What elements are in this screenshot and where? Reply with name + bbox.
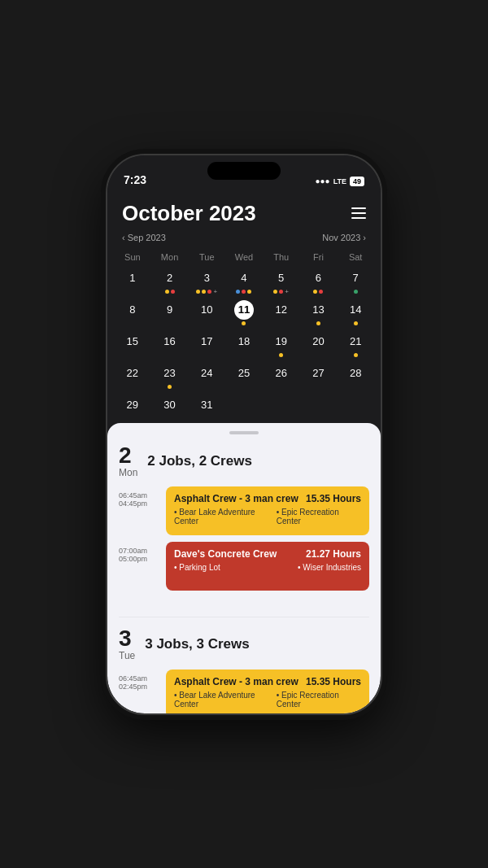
day-3-header: 3 Tue 3 Jobs, 3 Crews: [119, 627, 369, 661]
cal-cell-29[interactable]: 29: [114, 392, 151, 423]
job-3-1-time: 06:45am 02:45pm: [119, 670, 159, 713]
cal-cell-9[interactable]: 9: [151, 297, 189, 329]
day-header-tue: Tue: [188, 249, 225, 265]
cal-cell-20[interactable]: 20: [300, 329, 338, 360]
job-2-1-end: 04:45pm: [119, 499, 159, 508]
day-header-thu: Thu: [263, 249, 300, 265]
job-card-2-1[interactable]: Asphalt Crew - 3 man crew 15.35 Hours • …: [166, 486, 369, 535]
job-3-1-hours: 15.35 Hours: [306, 676, 361, 687]
day-2-name: Mon: [119, 467, 137, 478]
cal-cell-5[interactable]: 5+: [263, 265, 300, 297]
sheet-handle: [229, 431, 259, 434]
day-header-sat: Sat: [337, 249, 374, 265]
cal-cell-26[interactable]: 26: [263, 360, 300, 392]
calendar-section: October 2023 ‹ Sep 2023 Nov 2023 › Sun M…: [107, 155, 381, 423]
day-header-sun: Sun: [114, 249, 151, 265]
cal-week-2: 8 9 10 11 12 13 14: [114, 297, 374, 329]
job-2-1-detail2: • Epic Recreation Center: [277, 508, 361, 526]
cal-cell-17[interactable]: 17: [188, 329, 225, 360]
job-2-1-hours: 15.35 Hours: [306, 493, 361, 504]
cal-week-4: 22 23 24 25 26 27 28: [114, 360, 374, 392]
cal-cell-10[interactable]: 10: [188, 297, 225, 329]
job-2-2-start: 07:00am: [119, 547, 159, 555]
cal-day-headers: Sun Mon Tue Wed Thu Fri Sat: [114, 249, 374, 265]
cal-header: October 2023: [107, 191, 381, 231]
cal-title: October 2023: [122, 201, 256, 226]
status-icons: ●●● LTE 49: [316, 177, 364, 186]
cal-week-5: 29 30 31: [114, 392, 374, 423]
cal-grid: Sun Mon Tue Wed Thu Fri Sat 1 2 3+ 4 5+ …: [107, 249, 381, 423]
job-2-2-details: • Parking Lot • Wiser Industries: [174, 563, 361, 572]
job-2-1-detail1: • Bear Lake Adventure Center: [174, 508, 277, 526]
cal-cell-24[interactable]: 24: [188, 360, 225, 392]
cal-cell-12[interactable]: 12: [263, 297, 300, 329]
day-2-number: 2: [119, 444, 137, 467]
day-2-date: 2 Mon: [119, 444, 137, 478]
cal-cell-28[interactable]: 28: [337, 360, 374, 392]
job-3-1-details: • Bear Lake Adventure Center • Epic Recr…: [174, 691, 361, 709]
day-header-mon: Mon: [151, 249, 189, 265]
prev-month-button[interactable]: ‹ Sep 2023: [122, 233, 166, 242]
job-entry-2-1: 06:45am 04:45pm Asphalt Crew - 3 man cre…: [119, 486, 369, 535]
cal-week-3: 15 16 17 18 19 20 21: [114, 329, 374, 360]
status-time: 7:23: [124, 173, 146, 186]
lte-label: LTE: [333, 177, 346, 185]
cal-cell-22[interactable]: 22: [114, 360, 151, 392]
job-2-1-time: 06:45am 04:45pm: [119, 486, 159, 535]
job-2-1-title: Asphalt Crew - 3 man crew: [174, 493, 299, 504]
job-2-1-details: • Bear Lake Adventure Center • Epic Recr…: [174, 508, 361, 526]
job-2-2-end: 05:00pm: [119, 555, 159, 563]
job-2-1-start: 06:45am: [119, 491, 159, 499]
cal-cell-3[interactable]: 3+: [188, 265, 225, 297]
cal-cell-19[interactable]: 19: [263, 329, 300, 360]
job-entry-3-1: 06:45am 02:45pm Asphalt Crew - 3 man cre…: [119, 670, 369, 713]
day-2-summary: 2 Jobs, 2 Crews: [147, 453, 252, 469]
job-2-2-detail1: • Parking Lot: [174, 563, 220, 572]
job-card-2-2[interactable]: Dave's Concrete Crew 21.27 Hours • Parki…: [166, 542, 369, 591]
job-2-2-hours: 21.27 Hours: [306, 548, 361, 560]
day-3-name: Tue: [119, 650, 135, 661]
job-3-1-title: Asphalt Crew - 3 man crew: [174, 676, 299, 687]
section-divider: [119, 617, 369, 617]
cal-cell-25[interactable]: 25: [225, 360, 263, 392]
job-card-3-1[interactable]: Asphalt Crew - 3 man crew 15.35 Hours • …: [166, 670, 369, 713]
cal-cell-13[interactable]: 13: [300, 297, 338, 329]
job-card-2-1-header: Asphalt Crew - 3 man crew 15.35 Hours: [174, 493, 361, 504]
job-2-2-time: 07:00am 05:00pm: [119, 542, 159, 591]
phone-inner: 7:23 ●●● LTE 49 October 2023 ‹ Sep 2023 …: [107, 155, 381, 713]
day-3-number: 3: [119, 627, 135, 650]
cal-cell-2[interactable]: 2: [151, 265, 189, 297]
cal-cell-21[interactable]: 21: [337, 329, 374, 360]
menu-button[interactable]: [351, 207, 366, 219]
day-3-date: 3 Tue: [119, 627, 135, 661]
cal-cell-31[interactable]: 31: [188, 392, 225, 423]
cal-cell-1[interactable]: 1: [114, 265, 151, 297]
cal-cell-30[interactable]: 30: [151, 392, 189, 423]
cal-cell-23[interactable]: 23: [151, 360, 189, 392]
phone-frame: 7:23 ●●● LTE 49 October 2023 ‹ Sep 2023 …: [106, 154, 382, 715]
job-2-2-title: Dave's Concrete Crew: [174, 548, 299, 560]
cal-cell-27[interactable]: 27: [300, 360, 338, 392]
cal-cell-16[interactable]: 16: [151, 329, 189, 360]
cal-cell-6[interactable]: 6: [300, 265, 338, 297]
cal-cell-14[interactable]: 14: [337, 297, 374, 329]
day-section-2: 2 Mon 2 Jobs, 2 Crews 06:45am 04:45pm As…: [107, 444, 381, 610]
job-3-1-detail1: • Bear Lake Adventure Center: [174, 691, 277, 709]
job-3-1-detail2: • Epic Recreation Center: [277, 691, 361, 709]
job-2-2-detail2: • Wiser Industries: [298, 563, 361, 572]
job-card-3-1-header: Asphalt Crew - 3 man crew 15.35 Hours: [174, 676, 361, 687]
battery-badge: 49: [350, 177, 364, 186]
bottom-sheet: 2 Mon 2 Jobs, 2 Crews 06:45am 04:45pm As…: [107, 423, 381, 713]
day-header-fri: Fri: [300, 249, 338, 265]
cal-cell-4[interactable]: 4: [225, 265, 263, 297]
cal-cell-18[interactable]: 18: [225, 329, 263, 360]
day-header-wed: Wed: [225, 249, 263, 265]
job-3-1-start: 06:45am: [119, 674, 159, 683]
cal-cell-15[interactable]: 15: [114, 329, 151, 360]
next-month-button[interactable]: Nov 2023 ›: [322, 233, 366, 242]
cal-cell-8[interactable]: 8: [114, 297, 151, 329]
cal-cell-11[interactable]: 11: [225, 297, 263, 329]
cal-cell-7[interactable]: 7: [337, 265, 374, 297]
day-2-header: 2 Mon 2 Jobs, 2 Crews: [119, 444, 369, 478]
job-entry-2-2: 07:00am 05:00pm Dave's Concrete Crew 21.…: [119, 542, 369, 591]
